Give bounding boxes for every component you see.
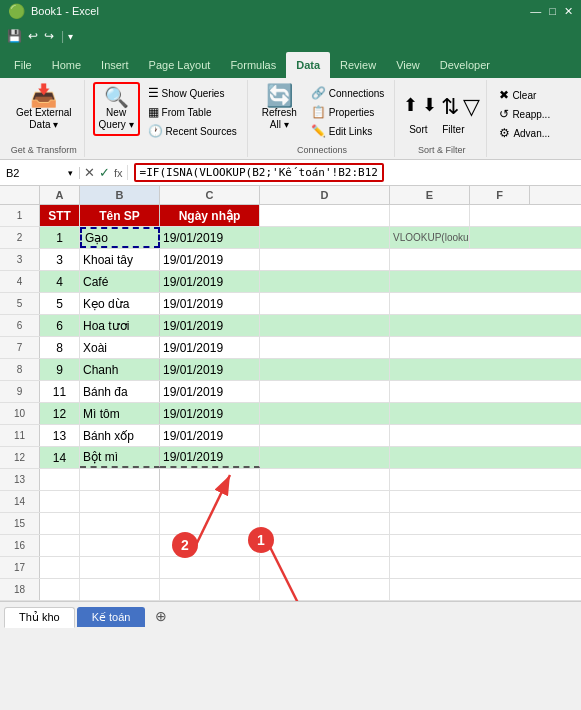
clear-button[interactable]: ✖ Clear (495, 86, 554, 104)
cell-b1[interactable]: Tên SP (80, 205, 160, 226)
new-query-label: NewQuery ▾ (99, 107, 134, 131)
clear-icon: ✖ (499, 88, 509, 102)
advanced-button[interactable]: ⚙ Advan... (495, 124, 554, 142)
cell-d8 (260, 359, 390, 380)
cell-b3[interactable]: Khoai tây (80, 249, 160, 270)
row-num-17: 17 (0, 557, 40, 578)
insert-function-icon[interactable]: fx (114, 167, 123, 179)
cell-c11[interactable]: 19/01/2019 (160, 425, 260, 446)
filter-button[interactable]: ▽ (463, 94, 480, 120)
show-queries-button[interactable]: ☰ Show Queries (144, 84, 241, 102)
undo-icon[interactable]: ↩ (25, 29, 41, 43)
recent-sources-button[interactable]: 🕐 Recent Sources (144, 122, 241, 140)
sort-az-button[interactable]: ⬆ (403, 94, 418, 120)
show-queries-icon: ☰ (148, 86, 159, 100)
col-header-a[interactable]: A (40, 186, 80, 204)
cell-c4[interactable]: 19/01/2019 (160, 271, 260, 292)
sheet-tab-thukho[interactable]: Thủ kho (4, 607, 75, 628)
cell-c12[interactable]: 19/01/2019 (160, 447, 260, 468)
sort-za-button[interactable]: ⬇ (422, 94, 437, 120)
cell-b7[interactable]: Xoài (80, 337, 160, 358)
cell-ref-dropdown-icon[interactable]: ▾ (68, 168, 73, 178)
cell-b10[interactable]: Mì tôm (80, 403, 160, 424)
tab-formulas[interactable]: Formulas (220, 52, 286, 78)
cell-b4[interactable]: Café (80, 271, 160, 292)
cell-a10[interactable]: 12 (40, 403, 80, 424)
tab-data[interactable]: Data (286, 52, 330, 78)
sort-custom-button[interactable]: ⇅ (441, 94, 459, 120)
cell-reference-box[interactable]: B2 ▾ (0, 167, 80, 179)
cell-a4[interactable]: 4 (40, 271, 80, 292)
cell-a6[interactable]: 6 (40, 315, 80, 336)
properties-button[interactable]: 📋 Properties (307, 103, 389, 121)
cell-c9[interactable]: 19/01/2019 (160, 381, 260, 402)
confirm-formula-icon[interactable]: ✓ (99, 165, 110, 180)
save-icon[interactable]: 💾 (4, 29, 25, 43)
tab-review[interactable]: Review (330, 52, 386, 78)
cell-a7[interactable]: 8 (40, 337, 80, 358)
connections-label: Connections (329, 88, 385, 99)
tab-developer[interactable]: Developer (430, 52, 500, 78)
get-external-data-button[interactable]: 📥 Get ExternalData ▾ (10, 82, 78, 134)
cell-b11[interactable]: Bánh xốp (80, 425, 160, 446)
minimize-icon[interactable]: — (530, 5, 541, 18)
tab-insert[interactable]: Insert (91, 52, 139, 78)
col-header-f[interactable]: F (470, 186, 530, 204)
new-query-button[interactable]: 🔍 NewQuery ▾ (93, 82, 140, 136)
cell-a5[interactable]: 5 (40, 293, 80, 314)
col-header-d[interactable]: D (260, 186, 390, 204)
formula-value[interactable]: =IF(ISNA(VLOOKUP(B2;'Kế toán'!B2:B12 (134, 163, 384, 182)
refresh-all-button[interactable]: 🔄 RefreshAll ▾ (256, 82, 303, 134)
sheet-tab-ketoan[interactable]: Kế toán (77, 607, 146, 627)
cell-c15 (160, 513, 260, 534)
row-num-13: 13 (0, 469, 40, 490)
cell-b2[interactable]: Gạo (80, 227, 160, 248)
formula-input-area[interactable]: =IF(ISNA(VLOOKUP(B2;'Kế toán'!B2:B12 (128, 163, 581, 182)
restore-icon[interactable]: □ (549, 5, 556, 18)
cell-c2[interactable]: 19/01/2019 (160, 227, 260, 248)
tab-file[interactable]: File (4, 52, 42, 78)
cell-c5[interactable]: 19/01/2019 (160, 293, 260, 314)
cell-a12[interactable]: 14 (40, 447, 80, 468)
row-num-16: 16 (0, 535, 40, 556)
cell-c6[interactable]: 19/01/2019 (160, 315, 260, 336)
cell-c8[interactable]: 19/01/2019 (160, 359, 260, 380)
cancel-formula-icon[interactable]: ✕ (84, 165, 95, 180)
cell-a3[interactable]: 3 (40, 249, 80, 270)
cell-a11[interactable]: 13 (40, 425, 80, 446)
cell-b9[interactable]: Bánh đa (80, 381, 160, 402)
tab-home[interactable]: Home (42, 52, 91, 78)
cell-e2: VLOOKUP(lookup_value; table_a (390, 227, 470, 248)
col-header-c[interactable]: C (160, 186, 260, 204)
from-table-button[interactable]: ▦ From Table (144, 103, 241, 121)
cell-c10[interactable]: 19/01/2019 (160, 403, 260, 424)
reapply-button[interactable]: ↺ Reapp... (495, 105, 554, 123)
cell-a9[interactable]: 11 (40, 381, 80, 402)
connections-button[interactable]: 🔗 Connections (307, 84, 389, 102)
col-header-e[interactable]: E (390, 186, 470, 204)
row-num-5: 5 (0, 293, 40, 314)
cell-a1[interactable]: STT (40, 205, 80, 226)
cell-c7[interactable]: 19/01/2019 (160, 337, 260, 358)
title-bar-filename: Book1 - Excel (31, 5, 99, 17)
sort-group-label: Sort & Filter (418, 143, 466, 155)
cell-a8[interactable]: 9 (40, 359, 80, 380)
row-3: 3 3 Khoai tây 19/01/2019 (0, 249, 581, 271)
cell-b6[interactable]: Hoa tươi (80, 315, 160, 336)
cell-a2[interactable]: 1 (40, 227, 80, 248)
customize-icon[interactable]: ▾ (68, 31, 73, 42)
close-icon[interactable]: ✕ (564, 5, 573, 18)
tab-view[interactable]: View (386, 52, 430, 78)
redo-icon[interactable]: ↪ (41, 29, 57, 43)
add-sheet-button[interactable]: ⊕ (147, 605, 175, 627)
cell-c3[interactable]: 19/01/2019 (160, 249, 260, 270)
cell-b12[interactable]: Bột mì (80, 447, 160, 468)
col-header-b[interactable]: B (80, 186, 160, 204)
sort-az-icon: ⬆ (403, 94, 418, 116)
cell-c1[interactable]: Ngày nhập (160, 205, 260, 226)
cell-b8[interactable]: Chanh (80, 359, 160, 380)
cell-a16 (40, 535, 80, 556)
tab-pagelayout[interactable]: Page Layout (139, 52, 221, 78)
cell-b5[interactable]: Kẹo dừa (80, 293, 160, 314)
edit-links-button[interactable]: ✏️ Edit Links (307, 122, 389, 140)
